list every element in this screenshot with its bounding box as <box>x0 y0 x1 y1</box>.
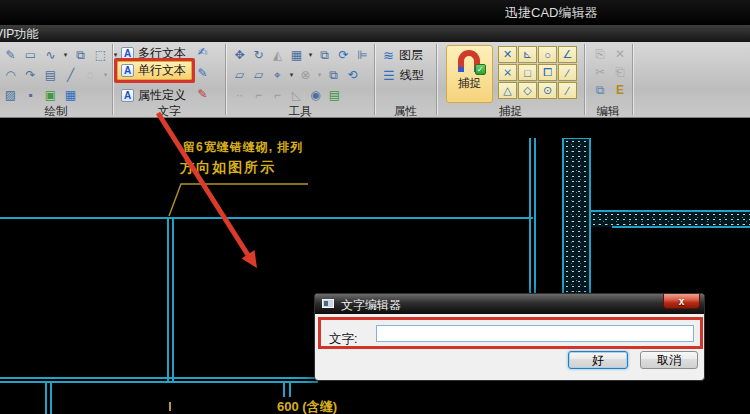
snap-mode-grid: ✕⊾○∠⨯□⧠∕△◇⊙⁄ <box>498 46 579 99</box>
close-button[interactable]: x <box>663 294 700 309</box>
draw-group-row1: ✎▭∿▾⧉⬚▾ <box>2 46 119 64</box>
erase-icon[interactable]: ▱ <box>231 67 248 83</box>
edit-text-icon[interactable]: ✎ <box>194 65 211 81</box>
copy-icon[interactable]: ⧉ <box>592 82 608 98</box>
mirror-icon[interactable]: ◭ <box>269 47 286 63</box>
dropdown-icon[interactable]: ▾ <box>102 67 109 83</box>
dropdown-icon[interactable]: ▾ <box>316 67 323 83</box>
move-icon[interactable]: ✥ <box>231 47 248 63</box>
draw-point-icon[interactable]: ▪ <box>22 87 39 103</box>
draw-polyline-icon[interactable]: ∿ <box>42 47 59 63</box>
rotate-copy-icon[interactable]: ⟳ <box>335 47 352 63</box>
draw-group-row3: ▨▪▣▦ <box>2 86 79 104</box>
align-icon[interactable]: ⊫ <box>354 47 371 63</box>
edit-attribute-icon[interactable]: ✎ <box>194 86 211 102</box>
linetype-label: 线型 <box>400 67 424 84</box>
snap-parallel-icon[interactable]: ∕ <box>558 64 577 81</box>
paste-icon[interactable]: ⎘ <box>592 46 608 62</box>
dropdown-icon[interactable]: ▾ <box>288 67 295 83</box>
draw-region-icon[interactable]: ⧉ <box>72 47 89 63</box>
cad-line <box>0 381 318 383</box>
dialog-title-bar[interactable]: 文字编辑器 x <box>315 294 704 314</box>
draw-rectangle-icon[interactable]: ▭ <box>22 47 39 63</box>
delete-icon[interactable]: ✕ <box>612 46 628 62</box>
snap-toggle-button[interactable]: ✓ 捕捉 <box>446 45 493 103</box>
draw-table-icon[interactable]: ▦ <box>62 87 79 103</box>
offset-icon[interactable]: ⧉ <box>325 67 342 83</box>
extend-icon[interactable]: ⌐ <box>250 87 267 103</box>
hatched-wall-horizontal <box>591 210 750 227</box>
text-group-side-icons: ✍✎✎ <box>194 44 211 102</box>
single-line-text-button[interactable]: A 单行文本 <box>117 61 192 80</box>
paste-special-icon[interactable]: ⎗ <box>612 64 628 80</box>
snap-angle-icon[interactable]: ∠ <box>558 46 577 63</box>
scale-icon[interactable]: ⌖ <box>269 67 286 83</box>
draw-arc-icon[interactable]: ◠ <box>2 67 19 83</box>
attribute-define-icon: A <box>121 89 134 102</box>
cad-line <box>0 377 318 379</box>
draw-group-row2: ◠↷▤╱◌▾ <box>2 66 109 84</box>
properties-group-label: 属性 <box>375 104 436 119</box>
draw-circle-icon[interactable]: ◌ <box>82 67 99 83</box>
linetype-button[interactable]: ☰ 线型 <box>383 67 424 83</box>
draw-block-icon[interactable]: ▤ <box>42 67 59 83</box>
draw-line-icon[interactable]: ╱ <box>62 67 79 83</box>
attribute-define-button[interactable]: A 属性定义 <box>121 87 186 104</box>
snap-nearest-icon[interactable]: ⁄ <box>558 82 577 99</box>
snap-group-label: 捕捉 <box>437 104 584 119</box>
layer-label: 图层 <box>399 47 423 64</box>
dropdown-icon[interactable]: ▾ <box>307 47 314 63</box>
single-line-text-icon: A <box>121 64 134 77</box>
cad-line <box>612 226 750 228</box>
cad-line <box>45 381 47 414</box>
annotation-text-line1: 留6宽缝错缝砌, 排列 <box>183 139 303 156</box>
array-icon[interactable]: ▦ <box>288 47 305 63</box>
copy-icon[interactable]: ⧉ <box>316 47 333 63</box>
snap-endpoint-icon[interactable]: □ <box>518 64 537 81</box>
layer-tools-icon[interactable]: ▤ <box>326 87 343 103</box>
stretch-icon[interactable]: ▱ <box>250 67 267 83</box>
chamfer-icon[interactable]: ◺ <box>288 87 305 103</box>
magnet-icon: ✓ <box>457 50 483 73</box>
snap-quadrant-icon[interactable]: ◇ <box>518 82 537 99</box>
spell-check-icon[interactable]: ✍ <box>194 44 211 60</box>
explode-icon[interactable]: ◉ <box>307 87 324 103</box>
hatched-wall-vertical <box>562 138 591 293</box>
break-icon[interactable]: ⊗ <box>297 67 314 83</box>
snap-intersection-icon[interactable]: ✕ <box>498 46 517 63</box>
layers-icon: ≋ <box>383 48 394 63</box>
snap-midpoint-icon[interactable]: △ <box>498 82 517 99</box>
cad-line <box>172 217 174 381</box>
snap-perpendicular-icon[interactable]: ⊾ <box>518 46 537 63</box>
ok-button[interactable]: 好 <box>568 351 628 369</box>
cancel-button[interactable]: 取消 <box>640 351 698 369</box>
revolve-icon[interactable]: ⟲ <box>344 67 361 83</box>
check-icon: ✓ <box>475 64 486 75</box>
text-editor-dialog: 文字编辑器 x 文字: 好 取消 <box>314 293 705 381</box>
menu-bar: VIP功能 <box>0 25 750 42</box>
menu-item-vip[interactable]: VIP功能 <box>0 26 38 43</box>
draw-spline-icon[interactable]: ↷ <box>22 67 39 83</box>
trim-icon[interactable]: ∙∙ <box>231 87 248 103</box>
snap-extension-icon[interactable]: ⧠ <box>538 64 557 81</box>
cut-icon[interactable]: ✂ <box>592 64 608 80</box>
snap-node-icon[interactable]: ⊙ <box>538 82 557 99</box>
dropdown-icon[interactable]: ▾ <box>62 47 69 63</box>
draw-hatch-icon[interactable]: ▨ <box>2 87 19 103</box>
draw-pencil-icon[interactable]: ✎ <box>2 47 19 63</box>
dialog-title: 文字编辑器 <box>341 297 401 314</box>
draw-image-icon[interactable]: ▣ <box>42 87 59 103</box>
linetype-icon: ☰ <box>383 68 395 83</box>
edit-alert-icon[interactable]: E <box>612 82 628 98</box>
edit-group-label: 编辑 <box>585 104 631 119</box>
layer-button[interactable]: ≋ 图层 <box>383 47 423 63</box>
fillet-icon[interactable]: ⌐ <box>269 87 286 103</box>
tools-group-row2: ▱▱⌖▾⊗▾⧉⟲ <box>231 66 361 84</box>
draw-boundary-icon[interactable]: ⬚ <box>92 47 109 63</box>
snap-center-icon[interactable]: ○ <box>538 46 557 63</box>
rotate-icon[interactable]: ↻ <box>250 47 267 63</box>
group-separator <box>632 44 633 115</box>
text-input[interactable] <box>376 325 694 342</box>
snap-apparent-intersection-icon[interactable]: ⨯ <box>498 64 517 81</box>
cad-line <box>534 138 536 293</box>
